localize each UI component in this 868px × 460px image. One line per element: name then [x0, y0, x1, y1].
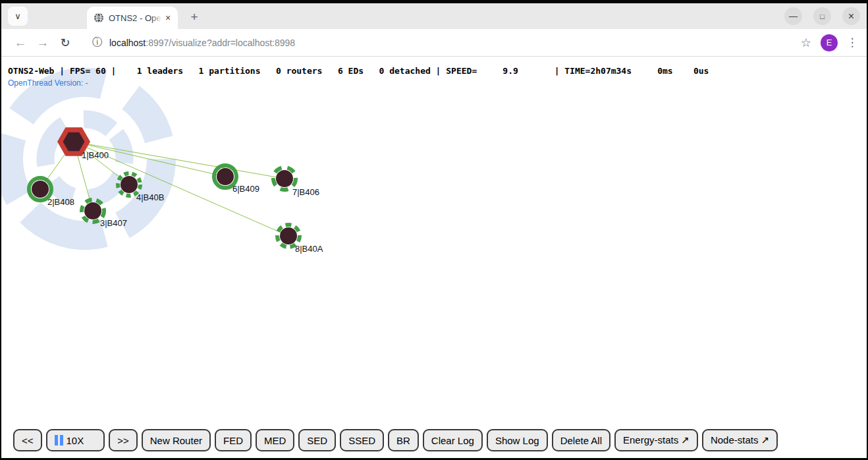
openthread-version-link[interactable]: OpenThread Version: - [8, 78, 88, 88]
show-log-button[interactable]: Show Log [487, 429, 548, 451]
tab-search-button[interactable]: ∨ [8, 7, 28, 26]
node-label: 7|B406 [292, 187, 319, 197]
button-label: New Router [150, 435, 202, 446]
browser-window: ∨ OTNS2 - OpenThread Ne × + — □ × [1, 3, 867, 458]
bookmark-star-icon[interactable]: ☆ [801, 36, 811, 50]
back-button[interactable]: ← [9, 36, 32, 50]
button-label: SED [307, 435, 327, 446]
node-8-B40A[interactable]: 8|B40A [277, 225, 323, 254]
pause-speed-button[interactable]: 10X [46, 429, 105, 451]
button-label: Node-stats ↗ [711, 434, 769, 446]
chevron-down-icon: ∨ [14, 11, 21, 21]
speed-up-button[interactable]: >> [109, 429, 138, 451]
site-info-icon[interactable]: ⓘ [92, 36, 103, 49]
reload-button[interactable]: ↻ [54, 36, 76, 50]
new-tab-button[interactable]: + [186, 9, 203, 26]
node-6-B409[interactable]: 6|B409 [214, 165, 259, 194]
forward-button[interactable]: → [32, 36, 54, 50]
speed-down-button[interactable]: << [13, 429, 42, 451]
node-core [121, 176, 138, 193]
radio-link-1-7 [74, 142, 285, 179]
button-label: MED [264, 435, 286, 446]
browser-toolbar: ← → ↻ ⓘ localhost:8997/visualize?addr=lo… [1, 29, 867, 57]
network-graph: 1|B4002|B4083|B4074|B40B6|B4097|B4068|B4… [1, 57, 867, 457]
close-window-button[interactable]: × [842, 7, 860, 25]
node-7-B406[interactable]: 7|B406 [273, 167, 319, 197]
tab-close-icon[interactable]: × [162, 12, 174, 24]
node-core [84, 202, 101, 219]
minimize-icon: — [789, 11, 798, 21]
button-label: >> [117, 435, 129, 446]
button-label: Delete All [560, 435, 602, 446]
button-label: Clear Log [431, 435, 474, 446]
globe-favicon-icon [94, 13, 104, 23]
browser-menu-icon[interactable]: ⋮ [846, 36, 859, 49]
button-label: BR [396, 435, 410, 446]
new-router-button[interactable]: New Router [142, 429, 211, 451]
node-label: 2|B408 [47, 197, 74, 207]
profile-avatar[interactable]: E [821, 34, 838, 51]
node-label: 8|B40A [295, 244, 323, 254]
node-1-B400[interactable]: 1|B400 [57, 127, 109, 160]
plus-icon: + [190, 10, 198, 24]
simulation-status-bar: OTNS2-Web | FPS= 60 | 1 leaders 1 partit… [8, 66, 709, 76]
pause-icon [55, 435, 63, 446]
otns-canvas-area: OTNS2-Web | FPS= 60 | 1 leaders 1 partit… [1, 57, 867, 458]
minimize-button[interactable]: — [784, 7, 802, 25]
tab-strip: ∨ OTNS2 - OpenThread Ne × + — □ × [1, 3, 867, 29]
button-label: 10X [67, 435, 84, 446]
add-br-button[interactable]: BR [388, 429, 419, 451]
button-label: SSED [348, 435, 375, 446]
node-core [217, 168, 234, 185]
maximize-button[interactable]: □ [813, 7, 831, 25]
url-path: :8997/visualize?addr=localhost:8998 [146, 38, 295, 48]
simulation-toolbar: <<10X>>New RouterFEDMEDSEDSSEDBRClear Lo… [13, 429, 778, 451]
tab-otns2[interactable]: OTNS2 - OpenThread Ne × [87, 7, 178, 29]
node-3-B407[interactable]: 3|B407 [82, 200, 127, 228]
delete-all-button[interactable]: Delete All [552, 429, 610, 451]
url-host: localhost [109, 38, 146, 48]
button-label: FED [223, 435, 243, 446]
node-2-B408[interactable]: 2|B408 [29, 178, 74, 207]
close-icon: × [848, 11, 854, 22]
node-label: 1|B400 [82, 150, 109, 160]
node-core [32, 181, 49, 198]
node-label: 4|B40B [136, 192, 164, 202]
energy-stats-button[interactable]: Energy-stats ↗ [614, 429, 698, 451]
desktop-background: ∨ OTNS2 - OpenThread Ne × + — □ × [0, 0, 868, 460]
clear-log-button[interactable]: Clear Log [423, 429, 483, 451]
address-bar[interactable]: ⓘ localhost:8997/visualize?addr=localhos… [76, 32, 792, 53]
add-sed-button[interactable]: SED [298, 429, 336, 451]
add-fed-button[interactable]: FED [215, 429, 252, 451]
maximize-icon: □ [820, 13, 825, 20]
node-core [280, 227, 297, 244]
button-label: << [22, 435, 34, 446]
node-4-B40B[interactable]: 4|B40B [118, 173, 164, 202]
tab-title: OTNS2 - OpenThread Ne [109, 13, 162, 23]
button-label: Energy-stats ↗ [623, 434, 690, 446]
add-ssed-button[interactable]: SSED [340, 429, 384, 451]
add-med-button[interactable]: MED [256, 429, 294, 451]
node-core [276, 170, 293, 187]
node-label: 6|B409 [232, 184, 259, 194]
button-label: Show Log [495, 435, 539, 446]
window-controls: — □ × [784, 7, 860, 25]
url-text[interactable]: localhost:8997/visualize?addr=localhost:… [109, 38, 295, 48]
node-label: 3|B407 [100, 218, 127, 228]
node-stats-button[interactable]: Node-stats ↗ [702, 429, 778, 451]
